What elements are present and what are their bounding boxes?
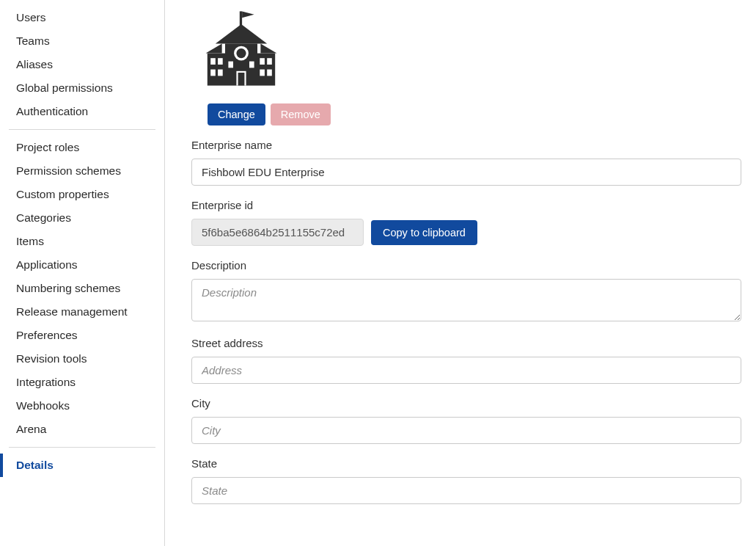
- sidebar-item-preferences[interactable]: Preferences: [0, 324, 164, 347]
- sidebar-item-label: Permission schemes: [16, 164, 121, 177]
- sidebar-item-label: Applications: [16, 258, 78, 271]
- sidebar-item-label: Items: [16, 235, 44, 247]
- sidebar-item-label: Teams: [16, 34, 50, 47]
- change-logo-button[interactable]: Change: [208, 103, 265, 125]
- svg-rect-11: [238, 73, 244, 86]
- enterprise-id-row: 5f6ba5e6864b2511155c72ed Copy to clipboa…: [191, 219, 741, 246]
- sidebar-item-release-management[interactable]: Release management: [0, 300, 164, 324]
- state-input[interactable]: [191, 477, 741, 504]
- sidebar-divider: [9, 129, 155, 130]
- school-icon: [201, 8, 282, 91]
- sidebar-group-3: Details: [0, 454, 164, 477]
- sidebar-item-arena[interactable]: Arena: [0, 418, 164, 441]
- svg-point-9: [236, 48, 246, 58]
- description-input[interactable]: [191, 279, 741, 321]
- enterprise-id-value: 5f6ba5e6864b2511155c72ed: [191, 219, 364, 246]
- sidebar-item-numbering-schemes[interactable]: Numbering schemes: [0, 277, 164, 300]
- sidebar-item-label: Project roles: [16, 141, 79, 153]
- sidebar-item-label: Webhooks: [16, 399, 70, 412]
- sidebar-group-1: Users Teams Aliases Global permissions A…: [0, 6, 164, 123]
- enterprise-logo-section: Change Remove: [191, 0, 741, 125]
- remove-logo-button[interactable]: Remove: [271, 103, 331, 125]
- sidebar-item-label: Aliases: [16, 58, 53, 70]
- sidebar-item-custom-properties[interactable]: Custom properties: [0, 183, 164, 206]
- svg-marker-1: [242, 11, 254, 18]
- sidebar-item-label: Details: [16, 459, 54, 471]
- enterprise-logo: [191, 0, 290, 99]
- street-address-label: Street address: [191, 337, 741, 349]
- sidebar-item-label: Revision tools: [16, 352, 87, 365]
- sidebar-item-permission-schemes[interactable]: Permission schemes: [0, 159, 164, 183]
- svg-rect-14: [210, 58, 216, 65]
- sidebar-item-label: Categories: [16, 211, 71, 224]
- sidebar-item-label: Preferences: [16, 329, 78, 341]
- field-description: Description: [191, 259, 741, 324]
- svg-marker-3: [205, 43, 221, 53]
- svg-rect-18: [260, 58, 265, 65]
- svg-rect-15: [218, 58, 223, 65]
- sidebar-item-label: Global permissions: [16, 81, 113, 94]
- sidebar-item-label: Integrations: [16, 376, 76, 388]
- svg-rect-13: [249, 62, 254, 68]
- sidebar-item-items[interactable]: Items: [0, 230, 164, 253]
- street-address-input[interactable]: [191, 357, 741, 384]
- sidebar-item-users[interactable]: Users: [0, 6, 164, 29]
- field-street-address: Street address: [191, 337, 741, 384]
- main-content: Change Remove Enterprise name Enterprise…: [165, 0, 756, 546]
- svg-rect-16: [210, 70, 216, 76]
- sidebar-item-project-roles[interactable]: Project roles: [0, 136, 164, 159]
- sidebar-item-teams[interactable]: Teams: [0, 29, 164, 53]
- logo-actions: Change Remove: [208, 103, 331, 125]
- description-label: Description: [191, 259, 741, 272]
- svg-rect-21: [267, 70, 272, 76]
- sidebar-item-global-permissions[interactable]: Global permissions: [0, 76, 164, 100]
- city-label: City: [191, 397, 741, 410]
- svg-marker-2: [215, 24, 266, 43]
- field-enterprise-id: Enterprise id 5f6ba5e6864b2511155c72ed C…: [191, 199, 741, 246]
- svg-rect-17: [218, 70, 223, 76]
- sidebar-item-applications[interactable]: Applications: [0, 253, 164, 277]
- svg-rect-0: [239, 11, 241, 26]
- svg-rect-12: [228, 62, 233, 68]
- sidebar-item-label: Authentication: [16, 105, 88, 117]
- sidebar-divider: [9, 447, 155, 448]
- field-city: City: [191, 397, 741, 444]
- svg-rect-19: [267, 58, 272, 65]
- sidebar-item-label: Release management: [16, 305, 128, 318]
- enterprise-name-label: Enterprise name: [191, 139, 741, 151]
- city-input[interactable]: [191, 417, 741, 444]
- sidebar: Users Teams Aliases Global permissions A…: [0, 0, 165, 546]
- enterprise-name-input[interactable]: [191, 159, 741, 186]
- sidebar-item-label: Numbering schemes: [16, 282, 120, 294]
- sidebar-item-aliases[interactable]: Aliases: [0, 53, 164, 76]
- sidebar-item-webhooks[interactable]: Webhooks: [0, 394, 164, 418]
- svg-marker-4: [260, 43, 276, 53]
- sidebar-item-authentication[interactable]: Authentication: [0, 100, 164, 123]
- sidebar-item-label: Custom properties: [16, 188, 109, 200]
- sidebar-item-revision-tools[interactable]: Revision tools: [0, 347, 164, 371]
- sidebar-item-integrations[interactable]: Integrations: [0, 371, 164, 394]
- sidebar-item-categories[interactable]: Categories: [0, 206, 164, 230]
- enterprise-id-label: Enterprise id: [191, 199, 741, 211]
- state-label: State: [191, 457, 741, 470]
- field-state: State: [191, 457, 741, 504]
- sidebar-item-label: Arena: [16, 423, 46, 435]
- sidebar-item-details[interactable]: Details: [0, 454, 164, 477]
- copy-to-clipboard-button[interactable]: Copy to clipboard: [371, 220, 477, 245]
- sidebar-item-label: Users: [16, 11, 45, 23]
- field-enterprise-name: Enterprise name: [191, 139, 741, 186]
- svg-rect-20: [260, 70, 265, 76]
- sidebar-group-2: Project roles Permission schemes Custom …: [0, 136, 164, 441]
